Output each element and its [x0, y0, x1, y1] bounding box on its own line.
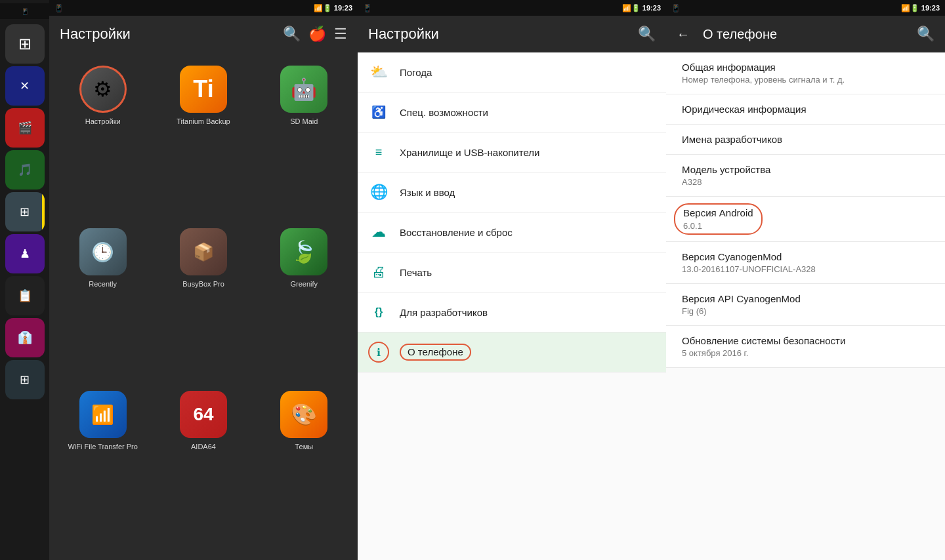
settings-label-backup: Восстановление и сброс	[400, 227, 513, 238]
about-item-cyanogen[interactable]: Версия CyanogenMod 13.0-20161107-UNOFFIC…	[666, 242, 945, 284]
app-icon-greenify: 🍃	[280, 228, 327, 275]
about-icon: ℹ	[368, 342, 389, 363]
storage-icon: ≡	[368, 142, 389, 163]
backup-icon: ☁	[368, 222, 389, 243]
status-bar-panel2: 📱 📶🔋 19:23	[358, 0, 666, 16]
about-title-android: Версия Android	[683, 207, 753, 218]
search-icon-panel3[interactable]: 🔍	[917, 26, 934, 43]
panel2-header: Настройки 🔍	[358, 16, 666, 52]
panel1-title: Настройки	[60, 26, 275, 43]
settings-item-backup[interactable]: ☁ Восстановление и сброс	[358, 212, 666, 252]
about-title-api: Версия API CyanogenMod	[682, 293, 929, 304]
about-item-security[interactable]: Обновление системы безопасности 5 октябр…	[666, 326, 945, 368]
app-label-titanium: Titanium Backup	[177, 117, 230, 126]
app-item-wifi[interactable]: 📶 WiFi File Transfer Pro	[56, 391, 150, 547]
about-sub-android: 6.0.1	[683, 221, 753, 231]
sidebar-icon-7[interactable]: 📋	[5, 276, 45, 315]
sidebar-icon-1[interactable]: ⊞	[5, 24, 45, 64]
about-title-cyanogen: Версия CyanogenMod	[682, 251, 929, 262]
about-title-legal: Юридическая информация	[682, 104, 929, 115]
settings-item-developer[interactable]: {} Для разработчиков	[358, 292, 666, 332]
app-item-busybox[interactable]: 📦 BusyBox Pro	[156, 228, 250, 384]
sidebar-icon-3[interactable]: 🎬	[5, 108, 45, 148]
status-bar-panel1: 📱 📶🔋 19:23	[49, 0, 358, 16]
app-item-titanium[interactable]: Ti Titanium Backup	[156, 66, 250, 222]
settings-item-language[interactable]: 🌐 Язык и ввод	[358, 172, 666, 212]
time-display: 19:23	[334, 4, 352, 12]
sidebar-icon-9[interactable]: ⊞	[5, 360, 45, 399]
app-label-themes: Темы	[295, 442, 313, 451]
about-item-api[interactable]: Версия API CyanogenMod Fig (6)	[666, 284, 945, 326]
settings-item-accessibility[interactable]: ♿ Спец. возможности	[358, 92, 666, 132]
settings-label-print: Печать	[400, 267, 432, 278]
about-sub-security: 5 октября 2016 г.	[682, 348, 929, 358]
settings-item-storage[interactable]: ≡ Хранилище и USB-накопители	[358, 132, 666, 172]
about-sub-general: Номер телефона, уровень сигнала и т. д.	[682, 75, 929, 85]
notification-icons-3: 📱	[671, 4, 681, 12]
sidebar-icon-6[interactable]: ♟	[5, 234, 45, 273]
menu-icon-panel1[interactable]: ☰	[334, 26, 347, 43]
settings-label-about: О телефоне	[400, 344, 471, 361]
settings-item-weather[interactable]: ⛅ Погода	[358, 52, 666, 92]
about-item-devnames[interactable]: Имена разработчиков	[666, 125, 945, 155]
status-icons-right: 📶🔋 19:23	[314, 4, 352, 12]
sidebar-icon-4[interactable]: 🎵	[5, 150, 45, 190]
app-item-settings[interactable]: ⚙ Настройки	[56, 66, 150, 222]
notification-icons-2: 📱	[363, 4, 372, 12]
app-item-greenify[interactable]: 🍃 Greenify	[257, 228, 351, 384]
sidebar-icon-8[interactable]: 👔	[5, 318, 45, 357]
panel3-header: ← О телефоне 🔍	[666, 16, 945, 52]
back-button[interactable]: ←	[677, 27, 690, 42]
developer-icon: {}	[368, 302, 389, 323]
about-item-model[interactable]: Модель устройства A328	[666, 155, 945, 197]
settings-label-weather: Погода	[400, 67, 432, 78]
about-title-model: Модель устройства	[682, 164, 929, 175]
sidebar-icon-5[interactable]: ⊞	[5, 192, 45, 231]
three-panel: 📱 📶🔋 19:23 Настройки 🔍 🍎 ☰ ⚙ Настройки T…	[49, 0, 945, 560]
accessibility-icon: ♿	[368, 102, 389, 123]
app-item-recently[interactable]: 🕒 Recently	[56, 228, 150, 384]
settings-label-accessibility: Спец. возможности	[400, 107, 488, 118]
app-item-themes[interactable]: 🎨 Темы	[257, 391, 351, 547]
left-sidebar: 📱 ⊞ ✕ 🎬 🎵 ⊞ ♟ 📋 👔 ⊞	[0, 0, 49, 560]
app-icon-recently: 🕒	[79, 228, 127, 275]
apple-icon[interactable]: 🍎	[308, 26, 326, 43]
status-bar-panel3: 📱 📶🔋 19:23	[666, 0, 945, 16]
settings-item-print[interactable]: 🖨 Печать	[358, 252, 666, 292]
language-icon: 🌐	[368, 182, 389, 203]
sidebar-icon-2[interactable]: ✕	[5, 66, 45, 106]
search-icon-panel1[interactable]: 🔍	[283, 26, 301, 43]
notification-icons: 📱	[54, 4, 64, 12]
app-label-greenify: Greenify	[291, 279, 318, 289]
settings-list: ⛅ Погода ♿ Спец. возможности ≡ Хранилище…	[358, 52, 666, 560]
app-label-wifi: WiFi File Transfer Pro	[68, 442, 137, 451]
app-label-recently: Recently	[89, 279, 117, 289]
search-icon-panel2[interactable]: 🔍	[638, 26, 656, 43]
about-list: Общая информация Номер телефона, уровень…	[666, 52, 945, 560]
about-item-general[interactable]: Общая информация Номер телефона, уровень…	[666, 52, 945, 94]
app-item-sdmaid[interactable]: 🤖 SD Maid	[257, 66, 351, 222]
app-icon-busybox: 📦	[180, 228, 227, 275]
panel3-title: О телефоне	[703, 27, 909, 42]
status-icons-right-2: 📶🔋 19:23	[622, 4, 661, 12]
about-item-legal[interactable]: Юридическая информация	[666, 94, 945, 125]
about-item-android[interactable]: Версия Android 6.0.1	[666, 197, 945, 242]
status-icons-right-3: 📶🔋 19:23	[901, 4, 940, 12]
panel1-header: Настройки 🔍 🍎 ☰	[49, 16, 358, 52]
app-icon-titanium: Ti	[180, 66, 227, 113]
app-label-sdmaid: SD Maid	[290, 117, 318, 126]
app-icon-settings: ⚙	[79, 66, 127, 113]
panel3: 📱 📶🔋 19:23 ← О телефоне 🔍 Общая информац…	[666, 0, 945, 560]
about-title-devnames: Имена разработчиков	[682, 134, 929, 145]
panel2-title: Настройки	[368, 26, 630, 43]
time-display-2: 19:23	[642, 4, 661, 12]
settings-item-about[interactable]: ℹ О телефоне	[358, 332, 666, 372]
about-title-security: Обновление системы безопасности	[682, 335, 929, 346]
settings-label-storage: Хранилище и USB-накопители	[400, 147, 539, 158]
about-sub-model: A328	[682, 177, 929, 187]
app-label-settings: Настройки	[85, 117, 121, 126]
app-icon-themes: 🎨	[280, 391, 327, 438]
app-item-aida[interactable]: 64 AIDA64	[156, 391, 250, 547]
weather-icon: ⛅	[368, 62, 389, 83]
about-sub-api: Fig (6)	[682, 306, 929, 316]
